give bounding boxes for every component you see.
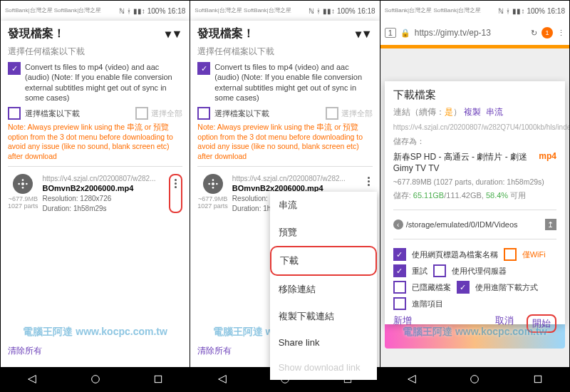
refresh-icon[interactable]: ↻ [531,29,537,38]
more-icon[interactable] [172,176,180,191]
file-ext: mp4 [539,151,556,173]
file-dur: Duration: 1h58m29s [43,204,165,214]
link-row: 連結（續傳：是） 複製 串流 [393,106,556,118]
file-item[interactable]: ~677.9MB 1027 parts https://v4.szjal.cn/… [8,174,182,213]
wifi-only-checkbox[interactable] [504,248,517,261]
svg-point-1 [22,179,24,181]
svg-rect-15 [534,376,541,382]
address-bar: 1 🔒 https://gimy.tv/ep-13 ↻ 1 ⋮ [380,21,569,48]
svg-point-3 [19,182,21,185]
convert-label: Convert ts files to mp4 (video) and aac … [25,62,182,103]
clock: 16:18 [167,7,185,15]
signal-icon: ▮▮↕ [133,7,145,15]
convert-checkbox[interactable]: ✓ [197,62,210,75]
status-bar: SoftBank|台灣之星 SoftBank|台灣之星 ℕᚼ ▮▮↕ 100% … [1,1,190,21]
nav-home-icon[interactable] [90,373,101,385]
nav-home-icon[interactable] [469,373,480,385]
svg-point-2 [22,187,24,189]
bt-icon: ᚼ [127,7,131,15]
svg-point-10 [208,182,210,185]
clear-all-button[interactable]: 清除所有 [8,341,182,361]
cancel-button[interactable]: 取消 [495,314,514,333]
source-url: https://v4.szjal.cn/20200807/w282Q7U4/10… [393,123,569,132]
nav-recent-icon[interactable] [152,373,164,385]
svg-point-0 [21,182,24,185]
svg-point-14 [471,376,479,383]
modal-title: 發現檔案！ [8,26,65,41]
convert-checkbox[interactable]: ✓ [8,62,21,75]
download-dialog: 下載檔案 連結（續傳：是） 複製 串流 https://v4.szjal.cn/… [385,81,565,324]
filter-icon[interactable]: ▾▼ [165,27,182,41]
file-meta: ~677.89MB (1027 parts, duration: 1h58m29… [393,177,556,186]
menu-icon[interactable]: ⋮ [557,29,565,38]
carrier-text: SoftBank|台灣之星 SoftBank|台灣之星 [5,8,101,14]
preview-note: Note: Always preview link using the 串流 o… [8,123,182,162]
status-bar: SoftBank|台灣之星 SoftBank|台灣之星 ℕᚼ▮▮↕100%16:… [380,1,569,21]
url-text[interactable]: https://gimy.tv/ep-13 [415,28,527,38]
use-title-checkbox[interactable]: ✓ [393,248,406,261]
svg-point-9 [212,187,214,189]
found-files-modal: 發現檔案！ ▾▼ 選擇任何檔案以下載 ✓ Convert ts files to… [1,21,190,367]
nav-recent-icon[interactable] [532,373,544,385]
nav-back-icon[interactable] [217,373,228,385]
svg-point-5 [91,376,99,383]
svg-point-4 [26,182,28,185]
file-url: https://v4.szjal.cn/20200807/w282... [43,174,165,184]
svg-point-11 [216,182,218,185]
up-folder-icon[interactable]: ↥ [545,219,556,230]
film-icon [203,174,223,194]
advanced-dl-checkbox[interactable]: ✓ [457,281,470,294]
nav-back-icon[interactable] [26,373,38,385]
film-icon [13,174,33,194]
menu-remove[interactable]: 移除連結 [270,276,377,303]
tab-count[interactable]: 1 [385,28,396,38]
copy-link[interactable]: 複製 [464,107,481,117]
lock-icon: 🔒 [400,29,410,38]
advanced-opts-checkbox[interactable] [393,297,406,310]
modal-subtitle: 選擇任何檔案以下載 [8,46,182,58]
nav-back-icon[interactable] [406,373,418,385]
retry-checkbox[interactable]: ✓ [393,264,406,277]
file-name: BOmvnB2x2006000.mp4 [43,183,165,194]
back-path-icon[interactable]: ‹ [393,220,403,229]
add-button[interactable]: 新增 [393,314,412,333]
nfc-icon: ℕ [119,7,125,15]
select-checkbox[interactable] [8,107,21,120]
select-label: 選擇檔案以下載 [25,108,80,118]
file-res: Resolution: 1280x726 [43,194,165,204]
storage-info: 儲存: 65.11GB/111.42GB, 58.4% 可用 [393,190,556,201]
filter-icon[interactable]: ▾▼ [356,27,373,41]
filename[interactable]: 新春SP HD - 高通云 - 劇情片 - 劇迷 Gimy TV TV [393,151,539,173]
menu-stream[interactable]: 串流 [270,192,377,219]
menu-preview[interactable]: 預覽 [270,219,377,246]
save-as-label: 儲存為： [393,136,556,147]
dialog-title: 下載檔案 [393,88,556,102]
context-menu: 串流 預覽 下載 移除連結 複製下載連結 Share link Show dow… [270,192,377,380]
battery-text: 100% [147,7,166,15]
select-all-checkbox[interactable] [135,107,148,120]
highlight-dots [169,174,182,213]
svg-point-8 [212,179,214,181]
proxy-checkbox[interactable] [433,264,446,277]
status-bar: SoftBank|台灣之星 SoftBank|台灣之星 ℕᚼ▮▮↕100%16:… [190,1,379,21]
start-button[interactable]: 開始 [527,314,556,333]
menu-share[interactable]: Share link [270,330,377,355]
path-row: ‹ /storage/emulated/0/IDM/Videos ↥ [393,219,556,230]
menu-show[interactable]: Show download link [270,355,377,380]
nav-bar [1,367,190,391]
svg-point-7 [212,182,214,185]
path-text[interactable]: /storage/emulated/0/IDM/Videos [406,220,542,229]
select-all-label: 選擇全部 [151,108,182,118]
hidden-checkbox[interactable] [393,281,406,294]
download-count-badge[interactable]: 1 [542,27,553,38]
svg-rect-6 [155,376,161,382]
stream-link[interactable]: 串流 [486,107,503,117]
menu-copy[interactable]: 複製下載連結 [270,303,377,330]
menu-download[interactable]: 下載 [270,246,377,276]
